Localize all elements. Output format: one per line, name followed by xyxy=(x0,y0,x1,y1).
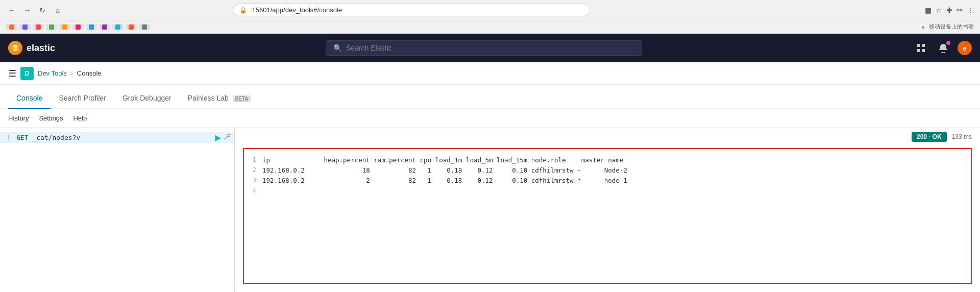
wrench-button[interactable] xyxy=(223,133,230,142)
tab-painless-lab[interactable]: Painless Lab BETA xyxy=(180,88,259,109)
back-button[interactable]: ← xyxy=(6,5,17,16)
output-panel: 200 - OK 133 ms 1 ip heap.percent ram.pe… xyxy=(235,128,980,292)
output-content: 1 ip heap.percent ram.percent cpu load_1… xyxy=(243,148,972,284)
security-icon: 🔒 xyxy=(239,7,247,14)
breadcrumb-d-icon[interactable]: D xyxy=(20,67,34,80)
bookmark-9[interactable] xyxy=(112,24,124,30)
bookmark-2[interactable] xyxy=(19,24,31,30)
address-bar[interactable]: 🔒 :15601/app/dev_tools#/console xyxy=(233,4,590,16)
output-line-num-2: 2 xyxy=(250,165,262,176)
breadcrumb-separator: › xyxy=(71,70,73,77)
more-menu-icon[interactable]: ⋮ xyxy=(967,6,974,14)
breadcrumb-dev-tools-link[interactable]: Dev Tools xyxy=(38,69,67,77)
reload-button[interactable]: ↻ xyxy=(37,5,48,16)
output-line-num-1: 1 xyxy=(250,155,262,165)
bookmarks-bar: » 移动设备上的书签 xyxy=(0,20,980,34)
editor-line-content-1: GET _cat/nodes?v xyxy=(16,134,211,141)
editor-content[interactable]: 1 GET _cat/nodes?v ▶ xyxy=(0,128,234,292)
hamburger-menu-button[interactable]: ☰ xyxy=(8,68,16,79)
tab-console[interactable]: Console xyxy=(8,88,51,109)
elastic-logo-icon xyxy=(8,41,22,55)
bookmark-1[interactable] xyxy=(6,24,17,30)
settings-button[interactable]: Settings xyxy=(39,114,63,122)
browser-right-actions: ▦ ☆ ✚ ⚯ ⋮ xyxy=(925,6,974,14)
user-avatar[interactable]: e xyxy=(958,41,972,55)
header-right-icons: e xyxy=(913,40,972,56)
address-text: :15601/app/dev_tools#/console xyxy=(250,6,342,14)
elastic-header: elastic 🔍 Search Elastic e xyxy=(0,34,980,62)
mobile-bookmarks-link[interactable]: 移动设备上的书签 xyxy=(929,23,974,31)
editor-path-text: _cat/nodes?v xyxy=(32,134,80,141)
notification-dot xyxy=(946,41,950,45)
bookmark-3[interactable] xyxy=(33,24,44,30)
elastic-logo[interactable]: elastic xyxy=(8,41,55,55)
bookmark-11[interactable] xyxy=(139,24,150,30)
home-button[interactable]: ⌂ xyxy=(52,5,63,16)
svg-rect-6 xyxy=(922,49,925,52)
search-placeholder-text: Search Elastic xyxy=(346,44,391,52)
browser-chrome: ← → ↻ ⌂ 🔒 :15601/app/dev_tools#/console … xyxy=(0,0,980,20)
svg-rect-3 xyxy=(917,44,920,47)
editor-line-1: 1 GET _cat/nodes?v ▶ xyxy=(0,132,234,143)
help-button[interactable]: Help xyxy=(73,114,87,122)
nav-breadcrumb: ☰ D Dev Tools › Console xyxy=(0,62,980,85)
output-line-num-3: 3 xyxy=(250,176,262,186)
bookmark-7[interactable] xyxy=(86,24,97,30)
extension-icon[interactable]: ✚ xyxy=(946,6,952,14)
beta-badge: BETA xyxy=(233,95,251,102)
output-header: 200 - OK 133 ms xyxy=(235,128,980,146)
svg-rect-5 xyxy=(917,49,920,52)
history-button[interactable]: History xyxy=(8,114,29,122)
apps-grid-icon[interactable] xyxy=(913,40,929,56)
svg-rect-4 xyxy=(922,44,925,47)
line-number-1: 1 xyxy=(0,134,16,141)
output-line-4: 4 xyxy=(250,186,965,196)
bookmark-star-icon[interactable]: ☆ xyxy=(936,6,942,14)
bookmark-8[interactable] xyxy=(99,24,110,30)
output-line-text-1: ip heap.percent ram.percent cpu load_1m … xyxy=(262,155,623,165)
output-line-text-3: 192.168.0.2 2 82 1 0.18 0.12 0.10 cdfhil… xyxy=(262,176,627,186)
bookmark-5[interactable] xyxy=(59,24,70,30)
status-badge: 200 - OK xyxy=(912,132,947,142)
editor-panel: 1 GET _cat/nodes?v ▶ xyxy=(0,128,235,292)
run-query-button[interactable]: ▶ xyxy=(215,133,221,142)
svg-point-1 xyxy=(13,45,17,48)
forward-button[interactable]: → xyxy=(21,5,33,16)
output-line-2: 2 192.168.0.2 18 82 1 0.18 0.12 0.10 cdf… xyxy=(250,165,965,176)
response-time-label: 133 ms xyxy=(952,133,972,140)
output-line-text-2: 192.168.0.2 18 82 1 0.18 0.12 0.10 cdfhi… xyxy=(262,165,627,176)
bookmark-10[interactable] xyxy=(126,24,137,30)
dev-tools-tabs: Console Search Profiler Grok Debugger Pa… xyxy=(0,85,980,109)
qr-icon[interactable]: ▦ xyxy=(925,6,932,14)
console-toolbar: History Settings Help xyxy=(0,109,980,128)
http-method-get: GET xyxy=(16,134,28,141)
output-line-1: 1 ip heap.percent ram.percent cpu load_1… xyxy=(250,155,965,165)
breadcrumb-console-current: Console xyxy=(77,69,102,77)
search-icon: 🔍 xyxy=(333,44,342,52)
bookmark-4[interactable] xyxy=(46,24,57,30)
profile-icon[interactable]: ⚯ xyxy=(957,6,963,14)
console-main-area: 1 GET _cat/nodes?v ▶ 200 - OK 1 xyxy=(0,128,980,292)
output-line-3: 3 192.168.0.2 2 82 1 0.18 0.12 0.10 cdfh… xyxy=(250,176,965,186)
elastic-wordmark: elastic xyxy=(27,43,55,54)
output-line-num-4: 4 xyxy=(250,186,262,196)
svg-point-2 xyxy=(13,48,17,51)
tab-search-profiler[interactable]: Search Profiler xyxy=(51,88,114,109)
more-bookmarks-icon[interactable]: » xyxy=(921,23,925,31)
tab-grok-debugger[interactable]: Grok Debugger xyxy=(114,88,180,109)
notifications-icon[interactable] xyxy=(935,40,951,56)
svg-point-0 xyxy=(11,44,19,52)
bookmark-6[interactable] xyxy=(72,24,84,30)
search-bar-container: 🔍 Search Elastic xyxy=(63,40,904,56)
line-1-actions: ▶ xyxy=(211,133,234,142)
global-search-bar[interactable]: 🔍 Search Elastic xyxy=(326,40,642,56)
